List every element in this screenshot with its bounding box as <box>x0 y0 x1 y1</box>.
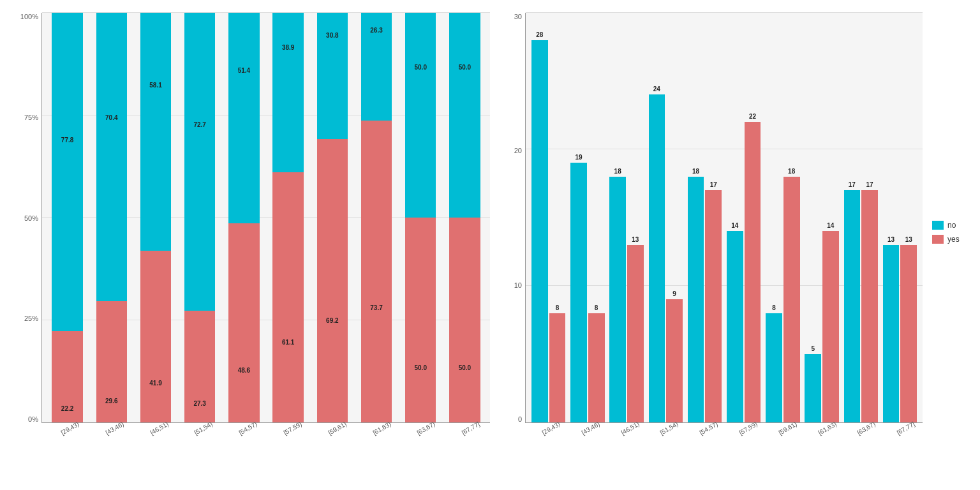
right-bar-yes-8: 17 <box>861 190 878 422</box>
left-bar-no-3: 72.7 <box>184 13 215 311</box>
left-bar-yes-7: 73.7 <box>361 121 392 422</box>
left-bar-yes-3: 27.3 <box>184 311 215 422</box>
right-bar-no-5: 14 <box>727 231 743 422</box>
right-y-tick-20: 20 <box>514 147 522 154</box>
y-tick-25: 25% <box>24 315 38 322</box>
legend-label-no: no <box>947 221 956 230</box>
right-x-axis: [29,43)[43,46)[46,51)[51,54)[54,57)[57,5… <box>528 423 923 433</box>
left-chart-area: 0% 25% 50% 75% 100% 77.822.270.429.658.1 <box>13 13 490 452</box>
right-bar-no-9: 13 <box>883 245 900 422</box>
left-bar-group-4: 51.448.6 <box>222 13 266 422</box>
right-bar-yes-0: 8 <box>549 313 566 422</box>
left-y-axis: 0% 25% 50% 75% 100% <box>13 13 41 423</box>
left-bar-no-5: 38.9 <box>272 13 303 172</box>
right-bar-group-1: 198 <box>568 13 607 422</box>
right-y-tick-10: 10 <box>514 281 522 289</box>
right-bars-count-row: 28819818132491817142281851417171313 <box>526 13 923 422</box>
left-bar-no-1: 70.4 <box>96 13 127 301</box>
right-bar-no-7: 5 <box>805 354 821 422</box>
left-bar-no-9: 50.0 <box>449 13 480 218</box>
right-plot-area: 0 10 20 30 28819818132491817142281851417… <box>496 13 923 423</box>
right-bar-no-8: 17 <box>844 190 861 422</box>
left-bar-group-3: 72.727.3 <box>178 13 222 422</box>
left-bar-group-0: 77.822.2 <box>45 13 89 422</box>
right-chart-area: 0 10 20 30 28819818132491817142281851417… <box>496 13 923 452</box>
left-chart-panel: 0% 25% 50% 75% 100% 77.822.270.429.658.1 <box>6 13 490 452</box>
left-y-axis-label <box>6 13 13 452</box>
left-bar-no-0: 77.8 <box>52 13 82 331</box>
right-bar-yes-5: 22 <box>745 122 761 422</box>
right-y-tick-30: 30 <box>514 13 522 20</box>
right-bar-no-2: 18 <box>609 177 626 422</box>
legend-label-yes: yes <box>947 235 960 244</box>
left-bar-group-7: 26.373.7 <box>354 13 398 422</box>
y-tick-50: 50% <box>24 214 38 222</box>
right-bar-group-0: 288 <box>529 13 568 422</box>
right-chart-with-legend: 0 10 20 30 28819818132491817142281851417… <box>490 13 974 452</box>
left-bar-yes-6: 69.2 <box>317 139 348 422</box>
left-bar-yes-4: 48.6 <box>228 223 259 422</box>
left-bar-yes-5: 61.1 <box>272 172 303 422</box>
right-bar-no-0: 28 <box>531 40 548 422</box>
left-bar-group-1: 70.429.6 <box>89 13 133 422</box>
legend: no yes <box>923 13 974 452</box>
right-bar-group-9: 1313 <box>880 13 919 422</box>
left-bars-container: 77.822.270.429.658.141.972.727.351.448.6… <box>41 13 490 423</box>
legend-color-no <box>932 221 944 230</box>
right-bar-no-1: 19 <box>570 163 587 422</box>
legend-item-no: no <box>932 221 964 230</box>
left-bar-group-9: 50.050.0 <box>443 13 487 422</box>
left-bar-yes-1: 29.6 <box>96 301 127 422</box>
left-plot-area: 0% 25% 50% 75% 100% 77.822.270.429.658.1 <box>13 13 490 423</box>
left-bar-no-4: 51.4 <box>228 13 259 223</box>
left-bar-group-8: 50.050.0 <box>399 13 443 422</box>
left-bars-row: 77.822.270.429.658.141.972.727.351.448.6… <box>42 13 490 422</box>
right-bar-yes-7: 14 <box>822 231 839 422</box>
left-chart-with-legend: 0% 25% 50% 75% 100% 77.822.270.429.658.1 <box>6 13 490 452</box>
right-y-tick-0: 0 <box>518 415 522 423</box>
left-bar-no-6: 30.8 <box>317 13 348 139</box>
right-bar-yes-3: 9 <box>666 299 683 422</box>
right-bar-group-3: 249 <box>646 13 685 422</box>
y-tick-0: 0% <box>28 415 38 423</box>
left-bar-yes-2: 41.9 <box>140 251 171 422</box>
left-bar-yes-0: 22.2 <box>52 331 82 422</box>
right-bar-yes-1: 8 <box>588 313 605 422</box>
left-bar-group-6: 30.869.2 <box>310 13 354 422</box>
left-bar-yes-8: 50.0 <box>405 218 436 422</box>
left-bar-group-2: 58.141.9 <box>133 13 177 422</box>
right-bar-no-6: 8 <box>766 313 782 422</box>
right-bar-group-2: 1813 <box>607 13 646 422</box>
right-bar-group-5: 1422 <box>724 13 763 422</box>
right-bar-group-7: 514 <box>802 13 841 422</box>
right-chart-panel: 0 10 20 30 28819818132491817142281851417… <box>490 13 974 452</box>
right-bar-no-3: 24 <box>649 94 665 422</box>
right-y-axis-label <box>490 13 496 452</box>
y-tick-75: 75% <box>24 114 38 121</box>
right-bar-no-4: 18 <box>688 177 704 422</box>
left-bar-no-2: 58.1 <box>140 13 171 251</box>
right-bar-group-6: 818 <box>763 13 802 422</box>
left-bar-yes-9: 50.0 <box>449 218 480 422</box>
legend-item-yes: yes <box>932 235 964 244</box>
left-bar-group-5: 38.961.1 <box>266 13 310 422</box>
right-bar-yes-6: 18 <box>783 177 800 422</box>
right-bars-container: 28819818132491817142281851417171313 <box>525 13 923 423</box>
right-bar-yes-4: 17 <box>705 190 722 422</box>
charts-container: 0% 25% 50% 75% 100% 77.822.270.429.658.1 <box>0 0 980 490</box>
right-bar-yes-2: 13 <box>627 245 644 422</box>
left-bar-no-7: 26.3 <box>361 13 392 121</box>
right-bar-group-8: 1717 <box>842 13 880 422</box>
legend-color-yes <box>932 235 944 244</box>
left-x-axis: [29,43)[43,46)[46,51)[51,54)[54,57)[57,5… <box>45 423 490 433</box>
right-bar-yes-9: 13 <box>900 245 917 422</box>
right-y-axis: 0 10 20 30 <box>496 13 525 423</box>
y-tick-100: 100% <box>20 13 38 20</box>
left-bar-no-8: 50.0 <box>405 13 436 218</box>
right-bar-group-4: 1817 <box>685 13 724 422</box>
